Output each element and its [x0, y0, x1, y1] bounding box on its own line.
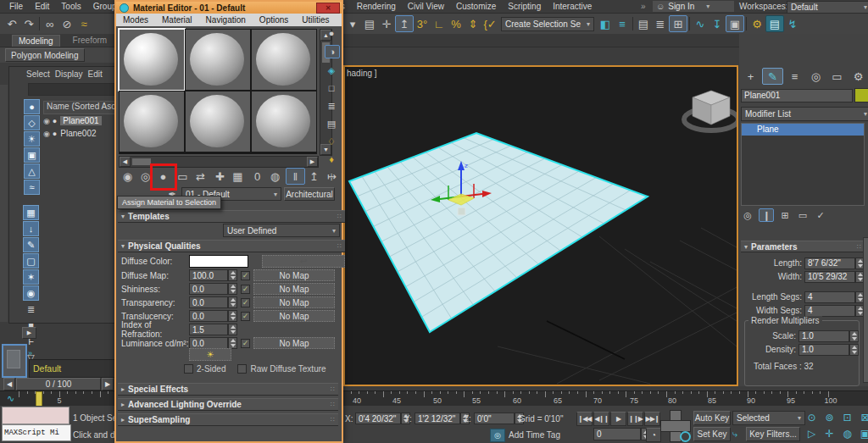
- go-forward-to-sibling-icon[interactable]: ↦: [323, 169, 341, 184]
- selection-filter-arrow-icon[interactable]: ▾: [344, 16, 361, 31]
- spinner[interactable]: [228, 324, 237, 335]
- tab-utilities[interactable]: ⚙: [849, 69, 868, 84]
- command-panel-scrollbar[interactable]: [863, 237, 868, 383]
- templates-rollout[interactable]: ▾Templates∷: [118, 210, 345, 223]
- list-item[interactable]: ◉●Plane001: [43, 114, 116, 127]
- menu-edit[interactable]: Edit: [29, 1, 55, 12]
- make-preview-icon[interactable]: ▤: [325, 118, 338, 130]
- me-menu-modes[interactable]: Modes: [116, 15, 155, 25]
- me-menu-material[interactable]: Material: [155, 15, 199, 25]
- modifier-stack-item[interactable]: Plane: [742, 124, 864, 136]
- time-slider-right-arrow[interactable]: ▶: [102, 378, 114, 390]
- map-enable-checkbox[interactable]: ✓: [241, 271, 250, 280]
- snaps-toggle-icon[interactable]: 3°: [414, 16, 431, 31]
- configure-modifier-sets-icon[interactable]: ✓: [814, 209, 827, 221]
- map-enable-checkbox[interactable]: ✓: [241, 285, 250, 294]
- get-material-icon[interactable]: ◉: [119, 169, 136, 184]
- material-type-button[interactable]: Architectural: [284, 187, 335, 201]
- add-time-tag[interactable]: Add Time Tag: [509, 430, 560, 440]
- map-button[interactable]: No Map: [253, 296, 335, 308]
- schematic-view-icon[interactable]: ↧: [709, 16, 726, 31]
- property-value-field[interactable]: 0.0: [189, 310, 228, 322]
- render-production-icon[interactable]: ↯: [784, 16, 801, 31]
- next-frame-button[interactable]: ❙❙▶: [627, 412, 643, 426]
- parameter-value-field[interactable]: 4: [804, 305, 855, 317]
- polygon-modeling-panel[interactable]: Polygon Modeling: [5, 48, 85, 62]
- percent-snap-icon[interactable]: %: [448, 16, 465, 31]
- options-icon[interactable]: ♢: [325, 136, 338, 147]
- maximize-viewport-icon[interactable]: ▣: [857, 427, 868, 440]
- viewport[interactable]: z hading ]: [343, 65, 738, 386]
- time-slider[interactable]: ◀ 0 / 100 ▶: [3, 379, 114, 390]
- map-button[interactable]: No Map: [253, 269, 335, 281]
- tab-modify[interactable]: ✎: [762, 68, 783, 85]
- show-end-result-stack-icon[interactable]: ❙: [759, 208, 774, 222]
- display-cameras-icon[interactable]: ▣: [24, 147, 40, 163]
- toggle-layer-explorer-icon[interactable]: ⊞: [669, 15, 687, 32]
- maxscript-pink-line[interactable]: [2, 407, 70, 424]
- signin-button[interactable]: ☺ Sign In ▾: [653, 1, 734, 12]
- angle-snap-icon[interactable]: ∟: [431, 16, 448, 31]
- visibility-eye-icon[interactable]: ◉: [43, 117, 50, 125]
- fov-icon[interactable]: ▷: [804, 427, 820, 440]
- viewcube[interactable]: [684, 91, 737, 130]
- y-coordinate-field[interactable]: 1'2 12/32": [415, 413, 460, 424]
- me-menu-navigation[interactable]: Navigation: [199, 15, 253, 25]
- explorer-more-chevron[interactable]: »: [28, 349, 32, 357]
- new-key-tangents-icon[interactable]: ⤷: [732, 429, 737, 440]
- menu-file[interactable]: File: [3, 1, 29, 12]
- layer-manager-icon[interactable]: ▤: [635, 16, 652, 31]
- spinner[interactable]: [228, 310, 237, 322]
- property-value-field[interactable]: 100.0: [189, 269, 228, 281]
- select-by-material-icon[interactable]: ♦: [325, 153, 338, 165]
- time-slider-left-arrow[interactable]: ◀: [3, 378, 15, 390]
- list-view-icon[interactable]: ≣: [23, 302, 39, 317]
- previous-frame-button[interactable]: ◀❙❙: [593, 412, 609, 426]
- set-key-big-button[interactable]: [660, 410, 689, 440]
- viewport-label[interactable]: hading ]: [347, 69, 377, 78]
- ribbon-tab-modeling[interactable]: Modeling: [12, 35, 60, 47]
- select-and-link-icon[interactable]: ∞: [42, 16, 58, 31]
- parameter-value-field[interactable]: 1.0: [798, 344, 849, 356]
- menubar-overflow-chevron[interactable]: »: [641, 2, 646, 11]
- key-filters-button[interactable]: Key Filters...: [746, 427, 800, 441]
- zoom-all-icon[interactable]: ⊚: [821, 411, 837, 424]
- sample-hscrollbar[interactable]: ◀ ▶: [119, 156, 319, 168]
- menu-rendering[interactable]: Rendering: [351, 1, 402, 12]
- parameter-value-field[interactable]: 8'7 6/32": [804, 257, 855, 269]
- rendered-frame-window-icon[interactable]: ▤: [765, 15, 784, 32]
- checkbox-raw-diffuse-texture[interactable]: Raw Diffuse Texture: [237, 364, 326, 374]
- tab-display[interactable]: ▭: [827, 69, 847, 84]
- named-selection-sets-icon[interactable]: {✓: [481, 16, 498, 31]
- viewport-layout-tab[interactable]: [2, 344, 27, 378]
- set-key-button[interactable]: Set Key: [693, 427, 731, 441]
- map-enable-checkbox[interactable]: ✓: [241, 312, 250, 321]
- parameters-rollout[interactable]: ▾Parameters∷: [741, 241, 865, 252]
- unlink-selection-icon[interactable]: ⊘: [58, 16, 75, 31]
- modifier-list-dropdown[interactable]: Modifier List▾: [741, 107, 868, 121]
- map-enable-checkbox[interactable]: ✓: [241, 298, 250, 307]
- me-menu-options[interactable]: Options: [253, 15, 295, 25]
- time-slider-grip[interactable]: 0 / 100: [16, 378, 101, 390]
- parameter-value-field[interactable]: 10'5 29/32: [804, 271, 855, 283]
- material-sample-slot[interactable]: [251, 29, 317, 91]
- video-color-check-icon[interactable]: ≣: [325, 100, 338, 112]
- z-coordinate-field[interactable]: 0'0": [474, 413, 515, 424]
- parameter-value-field[interactable]: 4: [804, 291, 855, 303]
- zoom-icon[interactable]: ⊙: [804, 411, 820, 424]
- pin-stack-icon[interactable]: ◎: [741, 209, 754, 221]
- spinner[interactable]: [849, 344, 859, 356]
- spinner[interactable]: [228, 269, 237, 281]
- me-menu-utilities[interactable]: Utilities: [295, 15, 336, 25]
- display-bones-icon[interactable]: ✎: [23, 237, 39, 252]
- spinner[interactable]: [228, 337, 237, 349]
- material-id-channel-icon[interactable]: 0: [248, 169, 266, 184]
- spinner[interactable]: [849, 330, 859, 342]
- modifier-stack[interactable]: Plane: [741, 123, 865, 206]
- time-configuration-button[interactable]: ◔: [646, 428, 661, 442]
- material-sample-slot[interactable]: [251, 91, 317, 152]
- menu-scripting[interactable]: Scripting: [502, 1, 547, 12]
- display-containers-icon[interactable]: ▢: [23, 253, 39, 269]
- explorer-menu-edit[interactable]: Edit: [88, 69, 103, 79]
- scene-explorer-search-input[interactable]: [28, 83, 116, 96]
